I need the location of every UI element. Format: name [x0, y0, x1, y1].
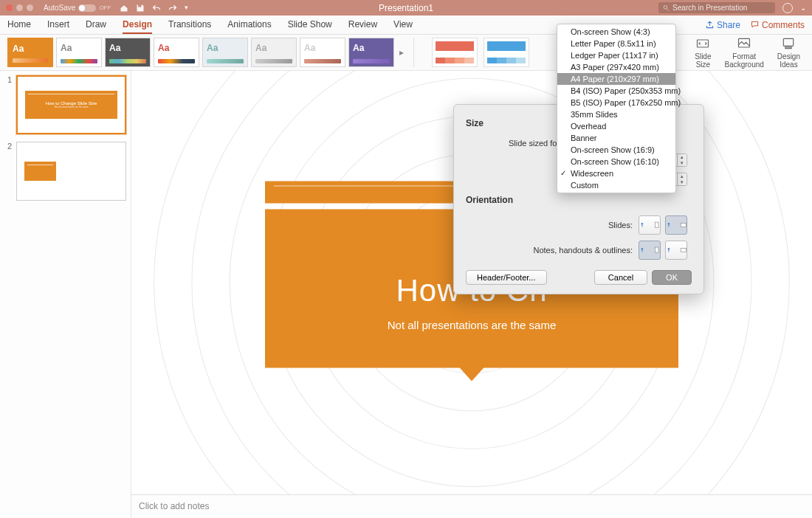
- page-portrait-icon: [650, 218, 660, 232]
- arrow-up-icon: [639, 218, 649, 232]
- page-landscape-icon: [677, 244, 687, 257]
- divider: [413, 38, 414, 67]
- slide-preview[interactable]: [16, 142, 126, 201]
- slide-subtitle[interactable]: Not all presentations are the same: [280, 318, 664, 331]
- size-option[interactable]: Widescreen: [557, 168, 675, 179]
- share-button[interactable]: Share: [706, 20, 740, 30]
- size-option[interactable]: On-screen Show (4:3): [557, 26, 675, 38]
- window-controls[interactable]: [6, 4, 33, 11]
- step-down-icon[interactable]: ▾: [678, 179, 687, 185]
- tab-transitions[interactable]: Transitions: [168, 16, 211, 34]
- svg-rect-4: [785, 47, 791, 49]
- tab-insert[interactable]: Insert: [47, 16, 69, 34]
- undo-icon[interactable]: [152, 4, 161, 13]
- quick-access-toolbar: ▾: [120, 4, 188, 13]
- save-icon[interactable]: [136, 4, 145, 13]
- header-footer-button[interactable]: Header/Footer...: [466, 270, 547, 285]
- slide-size-icon: [695, 36, 710, 51]
- theme-thumb-3[interactable]: Aa: [105, 38, 151, 67]
- ribbon-tabs: Home Insert Draw Design Transitions Anim…: [0, 15, 812, 35]
- arrow-up-icon: [639, 244, 649, 257]
- account-dropdown-icon[interactable]: ⌄: [800, 4, 806, 12]
- ribbon-design: Aa Aa Aa Aa Aa Aa Aa Aa ▸ Slide Size For…: [0, 35, 812, 71]
- step-up-icon[interactable]: ▴: [678, 154, 687, 160]
- autosave-label: AutoSave: [44, 4, 75, 12]
- theme-thumb-1[interactable]: Aa: [7, 38, 53, 67]
- themes-more-icon[interactable]: ▸: [397, 38, 406, 67]
- size-option[interactable]: On-screen Show (16:9): [557, 144, 675, 156]
- toggle-icon[interactable]: [78, 4, 96, 12]
- slide-size-button[interactable]: Slide Size: [695, 36, 711, 69]
- tab-draw[interactable]: Draw: [86, 16, 106, 34]
- theme-thumb-6[interactable]: Aa: [251, 38, 297, 67]
- size-option[interactable]: A3 Paper (297x420 mm): [557, 61, 675, 73]
- theme-thumb-8[interactable]: Aa: [348, 38, 394, 67]
- slides-portrait-button[interactable]: [639, 215, 661, 235]
- step-down-icon[interactable]: ▾: [678, 160, 687, 166]
- minimize-window-icon[interactable]: [16, 4, 23, 11]
- slide-thumb-2[interactable]: 2: [4, 142, 126, 201]
- tab-design[interactable]: Design: [123, 16, 152, 34]
- ok-button[interactable]: OK: [652, 270, 692, 285]
- theme-thumb-7[interactable]: Aa: [300, 38, 345, 67]
- titlebar: AutoSave OFF ▾ Presentation1 ⌄: [0, 0, 812, 15]
- page-portrait-icon: [650, 244, 660, 257]
- tab-home[interactable]: Home: [7, 16, 31, 34]
- notes-portrait-button[interactable]: [639, 241, 661, 260]
- search-input[interactable]: [672, 4, 771, 12]
- tab-slideshow[interactable]: Slide Show: [288, 16, 332, 34]
- size-option[interactable]: Ledger Paper (11x17 in): [557, 49, 675, 61]
- size-option[interactable]: B5 (ISO) Paper (176x250 mm): [557, 97, 675, 108]
- close-window-icon[interactable]: [6, 4, 13, 11]
- size-option[interactable]: B4 (ISO) Paper (250x353 mm): [557, 85, 675, 97]
- height-stepper[interactable]: ▴▾: [678, 173, 687, 186]
- size-option[interactable]: A4 Paper (210x297 mm): [557, 73, 675, 85]
- svg-rect-14: [656, 247, 659, 252]
- svg-rect-15: [681, 248, 686, 252]
- svg-point-0: [664, 5, 667, 9]
- svg-rect-3: [784, 38, 794, 46]
- arrow-up-icon: [666, 244, 675, 257]
- slide-thumb-1[interactable]: 1 How to Change Slide Size Not all prese…: [4, 75, 126, 134]
- slide-panel[interactable]: 1 How to Change Slide Size Not all prese…: [0, 71, 131, 518]
- size-option[interactable]: On-screen Show (16:10): [557, 156, 675, 168]
- width-stepper[interactable]: ▴▾: [678, 153, 687, 167]
- design-ideas-button[interactable]: Design Ideas: [777, 36, 800, 69]
- slides-orient-label: Slides:: [466, 221, 633, 229]
- variant-1[interactable]: [432, 38, 478, 67]
- size-option[interactable]: Overhead: [557, 120, 675, 132]
- maximize-window-icon[interactable]: [27, 4, 33, 11]
- format-background-button[interactable]: Format Background: [724, 36, 763, 69]
- size-option[interactable]: Banner: [557, 132, 675, 144]
- svg-rect-13: [681, 223, 686, 227]
- qat-dropdown-icon[interactable]: ▾: [185, 4, 188, 13]
- notes-landscape-button[interactable]: [665, 241, 687, 260]
- share-label: Share: [717, 20, 740, 30]
- step-up-icon[interactable]: ▴: [678, 173, 687, 179]
- slides-landscape-button[interactable]: [665, 215, 687, 235]
- slide-size-dropdown[interactable]: On-screen Show (4:3) Letter Paper (8.5x1…: [557, 24, 676, 193]
- size-option[interactable]: Custom: [557, 179, 675, 191]
- size-option[interactable]: 35mm Slides: [557, 108, 675, 120]
- feedback-icon[interactable]: [782, 3, 793, 13]
- cancel-button[interactable]: Cancel: [594, 270, 647, 285]
- autosave-toggle[interactable]: AutoSave OFF: [44, 4, 111, 12]
- redo-icon[interactable]: [168, 4, 177, 13]
- size-option[interactable]: Letter Paper (8.5x11 in): [557, 38, 675, 49]
- theme-thumb-5[interactable]: Aa: [202, 38, 248, 67]
- tab-review[interactable]: Review: [348, 16, 377, 34]
- home-icon[interactable]: [120, 4, 128, 13]
- slide-preview[interactable]: How to Change Slide Size Not all present…: [16, 75, 126, 134]
- notes-pane[interactable]: Click to add notes: [131, 494, 812, 518]
- theme-thumb-4[interactable]: Aa: [154, 38, 199, 67]
- tab-view[interactable]: View: [393, 16, 413, 34]
- search-icon: [663, 4, 670, 12]
- svg-rect-12: [656, 222, 659, 227]
- variant-2[interactable]: [484, 38, 529, 67]
- autosave-state: OFF: [99, 4, 111, 11]
- theme-thumb-2[interactable]: Aa: [56, 38, 102, 67]
- search-box[interactable]: [658, 2, 775, 13]
- comments-button[interactable]: Comments: [751, 20, 805, 30]
- tab-animations[interactable]: Animations: [227, 16, 271, 34]
- slide-number: 1: [4, 75, 12, 134]
